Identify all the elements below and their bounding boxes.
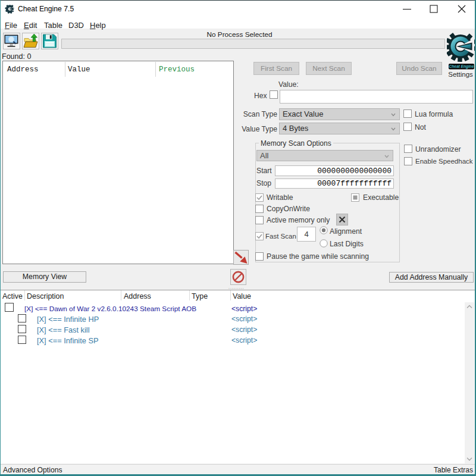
svg-text:Cheat Engine: Cheat Engine (449, 64, 474, 69)
